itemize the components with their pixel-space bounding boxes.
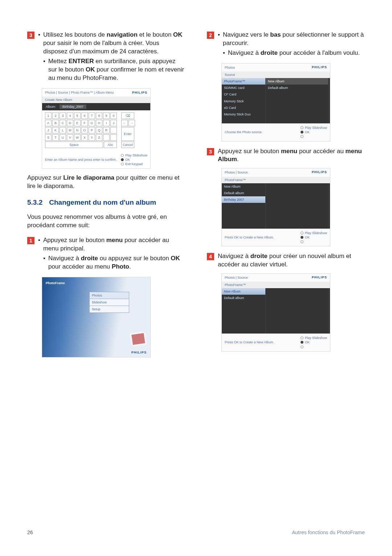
brand-logo: PHILIPS <box>312 275 327 279</box>
step-badge: 1 <box>27 237 34 244</box>
kb-right: → <box>128 120 135 126</box>
section-heading: 5.3.2 Changement du nom d'un album <box>27 198 185 207</box>
brand-logo: PHILIPS <box>312 65 327 69</box>
brand-logo: PHILIPS <box>132 90 147 95</box>
brand-logo: PHILIPS <box>131 350 147 355</box>
kb-backspace: ⌫ <box>121 113 134 119</box>
section-intro: Vous pouvez renommer vos albums à votre … <box>27 213 185 230</box>
kb-hint: Enter an Album Name and press enter to c… <box>45 158 117 162</box>
step-3: 3 Utilisez les boutons de navigation et … <box>27 31 185 84</box>
step-3r: 3 Appuyez sur le bouton menu pour accéde… <box>207 147 365 164</box>
kb-space: Space <box>45 142 103 148</box>
photo-thumb-icon <box>131 332 146 346</box>
step-1: 1 Appuyez sur le bouton menu pour accéde… <box>27 236 185 273</box>
screenshot-mainmenu: PhotoFrame Photos Slideshow Setup PHILIP… <box>42 277 151 357</box>
brand-logo: PHILIPS <box>312 170 327 174</box>
kb-left: ← <box>121 120 128 126</box>
right-column: 2 Naviguez vers le bas pour sélectionner… <box>207 31 365 363</box>
step-badge: 3 <box>207 148 214 155</box>
footer-label: Autres fonctions du PhotoFrame <box>292 529 365 536</box>
pf-title: PhotoFrame <box>46 281 65 285</box>
page-footer: 26 Autres fonctions du PhotoFrame <box>27 529 365 536</box>
step-badge: 3 <box>27 32 34 39</box>
page-number: 26 <box>27 529 33 536</box>
step-badge: 2 <box>207 32 214 39</box>
screenshot-newalbum: Photos | Source PHILIPS PhotoFrame™ New … <box>221 273 330 352</box>
pf-menu-item: Photos <box>89 292 129 299</box>
screenshot-keyboard: Photos | Source | Photo Frame™ | Album M… <box>42 88 151 169</box>
step-2: 2 Naviguez vers le bas pour sélectionner… <box>207 31 365 59</box>
kb-crumbs: Photos | Source | Photo Frame™ | Album M… <box>45 90 114 95</box>
left-column: 3 Utilisez les boutons de navigation et … <box>27 31 185 363</box>
kb-enter: Enter <box>121 127 134 141</box>
step-badge: 4 <box>207 253 214 260</box>
screenshot-source: Photos PHILIPS Source PhotoFrame™ SD/MMC… <box>221 63 330 142</box>
screenshot-albummenu: Photos | Source PHILIPS PhotoFrame™ New … <box>221 168 330 246</box>
pf-menu-item: Slideshow <box>89 299 129 306</box>
pf-menu-item: Setup <box>89 306 129 313</box>
kb-cancel: Cancel <box>121 142 134 148</box>
kb-abc: Abc <box>104 142 117 148</box>
after-kb-text: Appuyez sur Lire le diaporama pour quitt… <box>27 174 185 191</box>
kb-bar: Create New Album <box>42 97 150 103</box>
step-4: 4 Naviguez à droite pour créer un nouvel… <box>207 252 365 269</box>
